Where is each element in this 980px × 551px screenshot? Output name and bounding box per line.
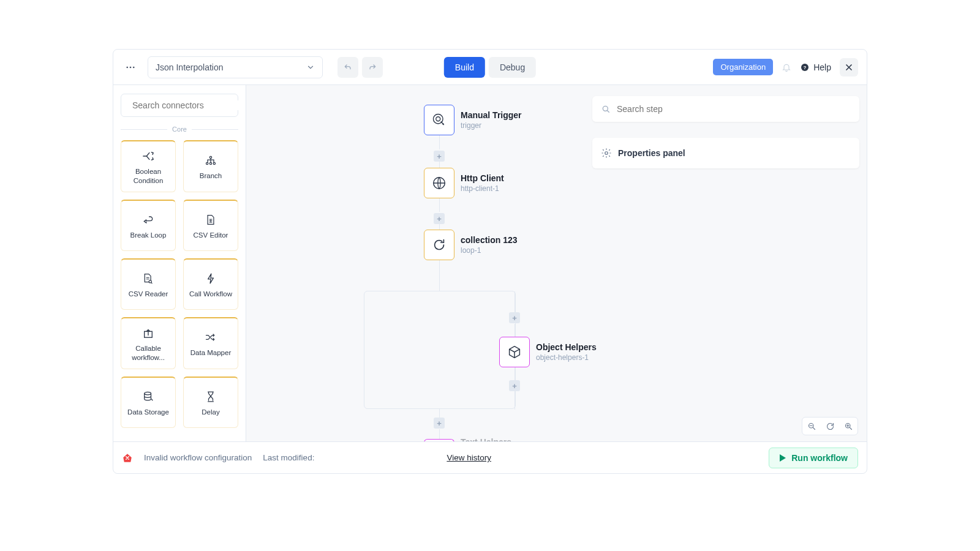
doc-search-icon	[143, 272, 154, 285]
search-step-input[interactable]	[617, 104, 851, 114]
zoom-controls	[802, 417, 858, 435]
workflow-select[interactable]: Json Interpolation	[148, 56, 323, 78]
loop-container	[364, 291, 516, 409]
add-step-button[interactable]: +	[509, 312, 520, 323]
connector-csv-reader[interactable]: CSV Reader	[121, 258, 176, 310]
node-text-helpers[interactable]: Text Helpers	[424, 437, 511, 441]
text-icon	[424, 439, 454, 441]
zoom-in-button[interactable]	[839, 418, 858, 435]
connector-branch[interactable]: Branch	[183, 140, 238, 192]
svg-point-14	[436, 117, 440, 121]
search-icon	[601, 104, 611, 114]
mode-tabs: Build Debug	[444, 57, 536, 78]
connector-grid: Boolean Condition Branch Break Loop CSV …	[113, 138, 246, 435]
body-area: Core Boolean Condition Branch Break Loop…	[113, 85, 867, 441]
connector-boolean-condition[interactable]: Boolean Condition	[121, 140, 176, 192]
node-object-helpers[interactable]: Object Helpers object-helpers-1	[499, 337, 597, 367]
tab-debug[interactable]: Debug	[489, 57, 536, 78]
loop-icon	[424, 230, 454, 260]
run-workflow-button[interactable]: Run workflow	[769, 448, 858, 468]
last-modified-label: Last modified:	[263, 453, 314, 462]
upload-box-icon	[143, 327, 154, 339]
help-button[interactable]: ? Help	[800, 62, 831, 72]
core-section-label: Core	[113, 126, 246, 138]
topbar-right: Organization ? Help	[713, 58, 858, 77]
node-title: Http Client	[461, 173, 504, 183]
add-step-button[interactable]: +	[434, 418, 445, 429]
return-icon	[142, 214, 154, 226]
add-step-button[interactable]: +	[434, 151, 445, 162]
play-icon	[779, 454, 786, 462]
close-icon	[844, 62, 854, 72]
tab-build[interactable]: Build	[444, 57, 485, 78]
app-frame: Json Interpolation Build Debug Organizat…	[113, 49, 867, 474]
search-step-box[interactable]	[592, 96, 859, 122]
notifications-button[interactable]	[779, 60, 794, 75]
node-manual-trigger[interactable]: Manual Trigger trigger	[424, 105, 522, 135]
connector-line	[439, 135, 440, 149]
chevron-down-icon	[306, 63, 315, 72]
gear-icon	[601, 148, 612, 159]
connector-line	[439, 409, 440, 418]
connector-search-input[interactable]	[132, 100, 239, 110]
connector-call-workflow[interactable]: Call Workflow	[183, 258, 238, 310]
redo-button[interactable]	[362, 57, 383, 78]
connector-delay[interactable]: Delay	[183, 377, 238, 428]
connector-search[interactable]	[121, 94, 238, 117]
properties-panel[interactable]: Properties panel	[592, 138, 859, 168]
database-icon	[143, 391, 154, 403]
node-subtitle: trigger	[461, 121, 522, 130]
svg-point-1	[130, 66, 132, 68]
dots-horizontal-icon	[125, 62, 136, 73]
shuffle-icon	[205, 331, 217, 343]
branch-arrow-icon	[141, 150, 155, 162]
help-label: Help	[813, 62, 831, 72]
node-title: Manual Trigger	[461, 110, 522, 120]
zoom-out-button[interactable]	[802, 418, 821, 435]
svg-point-16	[603, 106, 608, 111]
svg-point-6	[209, 157, 211, 159]
more-menu-button[interactable]	[122, 59, 139, 76]
globe-icon	[424, 168, 454, 198]
svg-point-7	[206, 163, 208, 165]
node-title: Object Helpers	[536, 342, 597, 352]
error-text: Invalid workflow configuration	[144, 453, 252, 462]
add-step-button[interactable]: +	[434, 213, 445, 224]
svg-point-17	[605, 152, 608, 155]
node-subtitle: object-helpers-1	[536, 353, 597, 362]
node-loop[interactable]: collection 123 loop-1	[424, 230, 518, 260]
node-title: Text Helpers	[461, 437, 511, 441]
help-icon: ?	[800, 62, 810, 72]
node-subtitle: loop-1	[461, 246, 518, 255]
run-workflow-label: Run workflow	[791, 453, 848, 463]
view-history-link[interactable]: View history	[447, 453, 491, 462]
connector-data-mapper[interactable]: Data Mapper	[183, 317, 238, 369]
svg-point-8	[209, 163, 211, 165]
workflow-select-label: Json Interpolation	[156, 62, 224, 72]
undo-button[interactable]	[337, 57, 358, 78]
node-title: collection 123	[461, 235, 518, 245]
add-step-button[interactable]: +	[509, 380, 520, 391]
connector-break-loop[interactable]: Break Loop	[121, 200, 176, 251]
topbar: Json Interpolation Build Debug Organizat…	[113, 50, 867, 85]
close-button[interactable]	[840, 58, 858, 77]
connector-csv-editor[interactable]: CSV Editor	[183, 200, 238, 251]
zoom-reset-button[interactable]	[821, 418, 839, 435]
error-icon	[122, 452, 133, 463]
undo-redo-group	[337, 57, 383, 78]
organization-badge[interactable]: Organization	[713, 59, 773, 75]
bolt-icon	[206, 272, 215, 285]
svg-point-9	[213, 163, 215, 165]
bottombar: Invalid workflow configuration Last modi…	[113, 441, 867, 473]
connector-line	[439, 198, 440, 212]
bell-icon	[782, 62, 791, 72]
undo-icon	[343, 62, 353, 72]
workflow-canvas[interactable]: + + + + + Manual Trigger trigger	[246, 85, 867, 441]
node-subtitle: http-client-1	[461, 184, 504, 193]
connector-data-storage[interactable]: Data Storage	[121, 377, 176, 428]
svg-point-10	[149, 280, 151, 283]
properties-panel-label: Properties panel	[618, 148, 685, 158]
node-http-client[interactable]: Http Client http-client-1	[424, 168, 504, 198]
trigger-icon	[424, 105, 454, 135]
connector-callable-workflow[interactable]: Callable workflow...	[121, 317, 176, 369]
